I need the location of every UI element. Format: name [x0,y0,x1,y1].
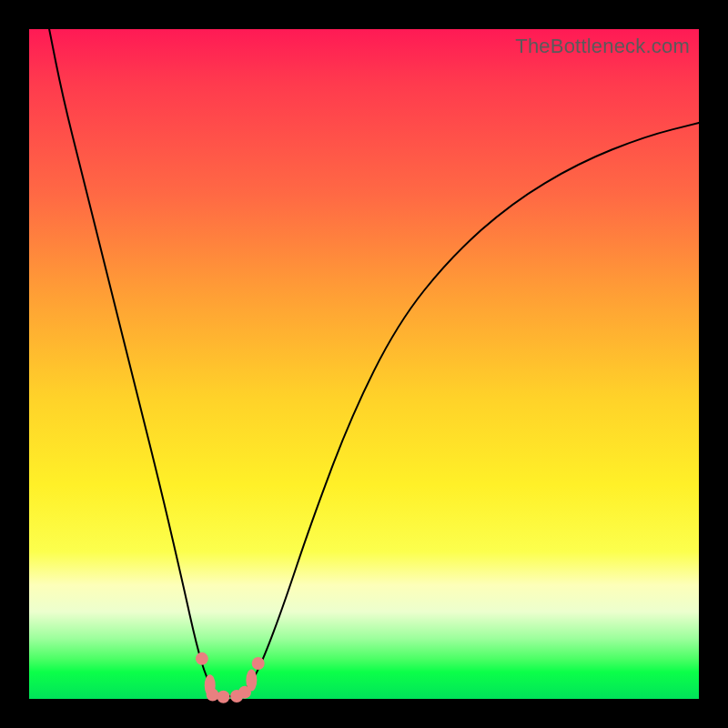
marker-dot [217,691,229,703]
marker-dot [252,657,265,670]
marker-dot [207,689,219,702]
bottleneck-curve-svg [29,29,699,699]
chart-frame: TheBottleneck.com [0,0,728,728]
plot-area: TheBottleneck.com [29,29,699,699]
bottleneck-curve [49,29,699,696]
marker-dot [246,669,257,691]
marker-dot [196,652,208,665]
watermark-text: TheBottleneck.com [515,35,690,58]
